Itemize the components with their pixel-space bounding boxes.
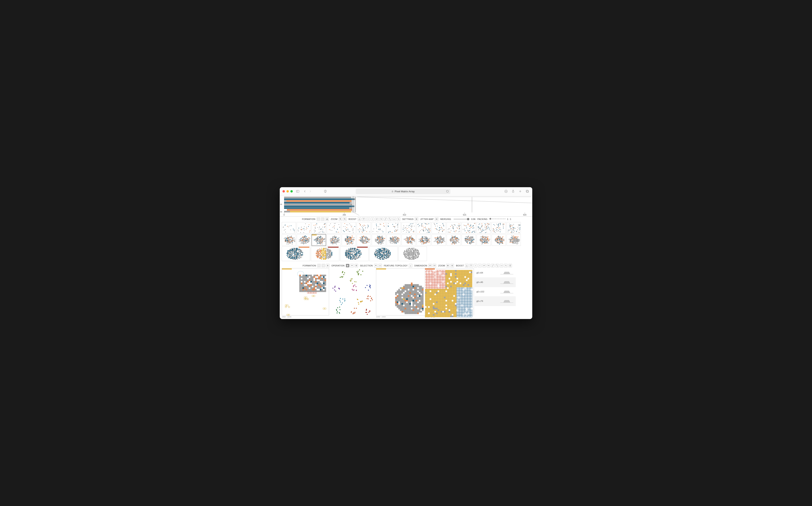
thumbnail[interactable] bbox=[506, 234, 521, 246]
minimize-window-button[interactable] bbox=[286, 190, 289, 192]
back-button[interactable] bbox=[302, 189, 307, 193]
thumbnail[interactable] bbox=[311, 247, 339, 261]
sidebar-toggle-icon[interactable] bbox=[295, 189, 300, 193]
thumbnail[interactable] bbox=[462, 234, 476, 246]
sliders-icon[interactable] bbox=[415, 217, 418, 221]
point-select-icon[interactable]: ✦ bbox=[374, 264, 378, 267]
thumbnail[interactable] bbox=[447, 234, 461, 246]
share-icon[interactable] bbox=[511, 189, 515, 193]
hierarchy-icon[interactable]: ⋔ bbox=[326, 264, 329, 267]
thumbnail[interactable] bbox=[417, 234, 431, 246]
expand-icon[interactable] bbox=[317, 264, 321, 267]
line2-icon[interactable]: ╲ bbox=[388, 217, 392, 221]
box-select-icon[interactable]: ▭ bbox=[379, 264, 382, 267]
thumbnail[interactable] bbox=[282, 247, 310, 261]
2d-icon[interactable]: 2D bbox=[428, 264, 432, 267]
link-icon[interactable]: ⚭ bbox=[350, 264, 354, 267]
tri-down-icon[interactable]: ▽ bbox=[469, 264, 473, 267]
thumbnail[interactable] bbox=[342, 234, 356, 246]
thumbnail[interactable] bbox=[312, 222, 326, 234]
thumbnail[interactable] bbox=[417, 222, 431, 234]
thumbnail[interactable] bbox=[432, 222, 446, 234]
collapse-icon[interactable] bbox=[322, 264, 325, 267]
thumbnail[interactable] bbox=[282, 222, 296, 234]
shield-icon[interactable] bbox=[323, 189, 328, 193]
zoom-out-icon[interactable]: ⊖ bbox=[451, 264, 454, 267]
thumbnail[interactable] bbox=[402, 234, 416, 246]
address-bar[interactable]: Pixel Matrix Array bbox=[356, 188, 451, 194]
thumbnail[interactable] bbox=[387, 222, 401, 234]
close-window-button[interactable] bbox=[282, 190, 285, 192]
overview-chart[interactable]: 00 00 0205410615820 bbox=[280, 196, 532, 217]
feature-list[interactable]: g0-c64g0-c45g0-c102g0-c79 bbox=[474, 268, 516, 316]
thumbnail[interactable] bbox=[312, 234, 326, 246]
tri-down-icon[interactable]: ▽ bbox=[362, 217, 365, 221]
layer-icon[interactable]: ▦ bbox=[346, 264, 349, 267]
thumbnail[interactable] bbox=[506, 222, 521, 234]
detail-panel-1[interactable] bbox=[282, 268, 329, 316]
arrow-fwd-icon[interactable]: ↪ bbox=[487, 264, 490, 267]
thumbnail[interactable] bbox=[327, 222, 341, 234]
dash-icon[interactable]: — bbox=[392, 217, 396, 221]
zoom-in-icon[interactable] bbox=[339, 217, 342, 221]
arrow-rev-icon[interactable]: ↩ bbox=[375, 217, 379, 221]
thumbnail[interactable] bbox=[492, 222, 506, 234]
tri-up-icon[interactable]: △ bbox=[358, 217, 361, 221]
thumbnail[interactable] bbox=[357, 234, 371, 246]
wave-icon[interactable]: ∿ bbox=[397, 217, 400, 221]
downloads-icon[interactable] bbox=[504, 189, 508, 193]
maximize-window-button[interactable] bbox=[290, 190, 293, 192]
arrow-rev-icon[interactable]: ↩ bbox=[482, 264, 486, 267]
new-tab-icon[interactable] bbox=[518, 189, 522, 193]
arrow-fwd-icon[interactable]: ↪ bbox=[379, 217, 383, 221]
detail-panel-scatter[interactable] bbox=[330, 268, 375, 316]
packing-slider[interactable] bbox=[489, 218, 505, 220]
tri-up-icon[interactable]: △ bbox=[465, 264, 469, 267]
feature-list-item[interactable]: g0-c45 bbox=[474, 278, 516, 287]
zoom-out-icon[interactable] bbox=[343, 217, 347, 221]
chevron-right-icon[interactable]: › bbox=[371, 217, 374, 221]
chevron-left-icon[interactable]: ‹ bbox=[474, 264, 477, 267]
thumbnail[interactable] bbox=[477, 234, 491, 246]
feature-list-item[interactable]: g0-c64 bbox=[474, 268, 516, 278]
thumbnail[interactable] bbox=[297, 222, 311, 234]
chevron-left-icon[interactable]: ‹ bbox=[366, 217, 370, 221]
thumbnail[interactable] bbox=[399, 247, 427, 261]
thumbnail[interactable] bbox=[327, 234, 341, 246]
thumbnail[interactable] bbox=[340, 247, 368, 261]
thumbnail[interactable] bbox=[372, 222, 386, 234]
line-icon[interactable]: ╱ bbox=[384, 217, 387, 221]
merging-slider[interactable] bbox=[454, 219, 469, 220]
overview-selection[interactable] bbox=[352, 196, 354, 213]
thumbnail[interactable] bbox=[477, 222, 491, 234]
thumbnail[interactable] bbox=[447, 222, 461, 234]
line2-icon[interactable]: ╲ bbox=[495, 264, 499, 267]
unlink-icon[interactable]: ⊘ bbox=[354, 264, 358, 267]
dash-icon[interactable]: — bbox=[500, 264, 503, 267]
line-icon[interactable]: ╱ bbox=[491, 264, 494, 267]
thumbnail[interactable] bbox=[369, 247, 398, 261]
1d-icon[interactable]: 1D bbox=[433, 264, 436, 267]
eye-icon[interactable] bbox=[435, 217, 438, 221]
expand-icon[interactable] bbox=[317, 217, 320, 221]
thumbnail[interactable] bbox=[372, 234, 386, 246]
zoom-in-icon[interactable]: ⊕ bbox=[446, 264, 450, 267]
thumbnail[interactable] bbox=[282, 234, 296, 246]
chevron-right-icon[interactable]: › bbox=[478, 264, 482, 267]
hierarchy-icon[interactable] bbox=[325, 217, 329, 221]
topology-icon[interactable]: ⟁ bbox=[409, 264, 412, 267]
feature-list-item[interactable]: g0-c79 bbox=[474, 297, 516, 306]
thumbnail[interactable] bbox=[357, 222, 371, 234]
tabs-icon[interactable] bbox=[525, 189, 530, 193]
thumbnail[interactable] bbox=[492, 234, 506, 246]
thumbnail[interactable] bbox=[387, 234, 401, 246]
thumbnail[interactable] bbox=[297, 234, 311, 246]
trash-icon[interactable] bbox=[509, 264, 512, 267]
detail-panel-3[interactable] bbox=[376, 268, 473, 316]
reload-icon[interactable] bbox=[446, 190, 449, 193]
wave-icon[interactable]: ∿ bbox=[504, 264, 508, 267]
thumbnail[interactable] bbox=[342, 222, 356, 234]
thumbnail[interactable] bbox=[432, 234, 446, 246]
thumbnail[interactable] bbox=[402, 222, 416, 234]
forward-button[interactable] bbox=[308, 189, 313, 193]
